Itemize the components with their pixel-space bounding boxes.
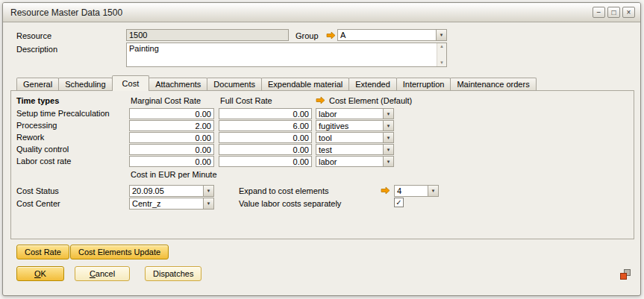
cost-element-select[interactable]: test ▼ — [316, 144, 394, 155]
tab-expendable-material[interactable]: Expendable material — [261, 78, 349, 91]
group-label: Group — [296, 31, 319, 40]
cost-unit-note: Cost in EUR per Minute — [131, 170, 217, 179]
dispatches-button[interactable]: Dispatches — [145, 266, 201, 281]
cost-element-header: Cost Element (Default) — [329, 96, 412, 105]
tab-attachments[interactable]: Attachments — [149, 78, 207, 91]
cost-element-select[interactable]: labor ▼ — [316, 108, 394, 119]
tab-strip: General Scheduling Cost Attachments Docu… — [16, 77, 536, 91]
window-title: Resource Master Data 1500 — [10, 3, 122, 22]
full-cost-rate-field[interactable]: 0.00 — [219, 156, 312, 167]
expand-to-cost-elements-label: Expand to cost elements — [239, 186, 328, 195]
dropdown-arrow-icon[interactable]: ▼ — [383, 157, 393, 166]
dropdown-arrow-icon[interactable]: ▼ — [436, 30, 446, 40]
marginal-cost-rate-field[interactable]: 0.00 — [129, 156, 214, 167]
description-label: Description — [16, 45, 57, 54]
scroll-up-icon[interactable]: ▲ — [437, 43, 446, 50]
link-arrow-icon[interactable] — [316, 96, 325, 104]
resource-value: 1500 — [129, 31, 147, 40]
description-scrollbar[interactable]: ▲ ▼ — [437, 43, 446, 66]
form-settings-icon[interactable] — [619, 268, 631, 280]
full-cost-rate-field[interactable]: 0.00 — [219, 132, 312, 143]
dropdown-arrow-icon[interactable]: ▼ — [203, 198, 213, 209]
cost-center-select[interactable]: Centr_z ▼ — [129, 198, 214, 210]
group-value: A — [338, 31, 436, 40]
maximize-icon[interactable]: □ — [607, 7, 620, 18]
tab-extended[interactable]: Extended — [348, 78, 396, 91]
window-titlebar[interactable]: Resource Master Data 1500 − □ × — [3, 3, 640, 22]
ok-button[interactable]: OK — [16, 266, 64, 281]
cost-element-select[interactable]: labor ▼ — [316, 156, 394, 167]
cost-element-select[interactable]: tool ▼ — [316, 132, 394, 143]
resource-label: Resource — [16, 31, 51, 40]
row-label-quality-control: Quality control — [16, 145, 69, 154]
cost-center-label: Cost Center — [16, 199, 60, 208]
full-cost-rate-field[interactable]: 0.00 — [219, 144, 312, 155]
row-label-processing: Processing — [16, 121, 57, 130]
tab-general[interactable]: General — [16, 78, 59, 91]
row-label-labor-cost-rate: Labor cost rate — [16, 157, 71, 166]
value-labor-costs-checkbox[interactable]: ✓ — [394, 198, 404, 207]
cost-elements-update-button[interactable]: Cost Elements Update — [70, 245, 169, 259]
scroll-down-icon[interactable]: ▼ — [437, 60, 446, 66]
marginal-cost-rate-field[interactable]: 2.00 — [129, 120, 214, 131]
cost-rate-button[interactable]: Cost Rate — [16, 245, 69, 259]
dropdown-arrow-icon[interactable]: ▼ — [428, 186, 438, 196]
link-arrow-icon[interactable] — [326, 31, 336, 40]
link-arrow-icon[interactable] — [381, 186, 390, 195]
row-label-setup-time: Setup time Precalculation — [16, 109, 110, 118]
description-textarea[interactable]: Painting ▲ ▼ — [126, 43, 447, 67]
resource-master-data-window: Resource Master Data 1500 − □ × Resource… — [2, 2, 641, 296]
marginal-cost-rate-field[interactable]: 0.00 — [129, 144, 214, 155]
close-icon[interactable]: × — [622, 7, 635, 18]
description-value: Painting — [129, 44, 159, 53]
dropdown-arrow-icon[interactable]: ▼ — [383, 145, 393, 154]
full-cost-rate-header: Full Cost Rate — [220, 96, 272, 105]
tab-scheduling[interactable]: Scheduling — [58, 78, 112, 91]
dropdown-arrow-icon[interactable]: ▼ — [383, 121, 393, 130]
value-labor-costs-label: Value labor costs separately — [239, 199, 341, 208]
window-controls: − □ × — [593, 7, 635, 18]
row-label-rework: Rework — [16, 133, 44, 142]
tab-interruption[interactable]: Interruption — [396, 78, 451, 91]
cost-status-label: Cost Status — [16, 186, 59, 195]
dropdown-arrow-icon[interactable]: ▼ — [203, 186, 213, 196]
tab-cost[interactable]: Cost — [112, 75, 150, 91]
marginal-cost-rate-field[interactable]: 0.00 — [129, 108, 214, 119]
time-types-header: Time types — [16, 96, 59, 105]
marginal-cost-rate-header: Marginal Cost Rate — [131, 96, 201, 105]
cost-status-select[interactable]: 20.09.05 ▼ — [129, 185, 214, 197]
cancel-button[interactable]: Cancel — [75, 266, 130, 281]
expand-to-cost-elements-select[interactable]: 4 ▼ — [394, 185, 439, 197]
full-cost-rate-field[interactable]: 0.00 — [219, 108, 312, 119]
check-icon: ✓ — [396, 198, 401, 207]
cost-element-select[interactable]: fugitives ▼ — [316, 120, 394, 131]
group-select[interactable]: A ▼ — [337, 29, 447, 41]
tab-maintenance-orders[interactable]: Maintenance orders — [450, 78, 536, 91]
minimize-icon[interactable]: − — [593, 7, 605, 18]
resource-field[interactable]: 1500 — [126, 29, 289, 41]
dropdown-arrow-icon[interactable]: ▼ — [383, 133, 393, 142]
marginal-cost-rate-field[interactable]: 0.00 — [129, 132, 214, 143]
tab-documents[interactable]: Documents — [207, 78, 262, 91]
full-cost-rate-field[interactable]: 6.00 — [219, 120, 312, 131]
dropdown-arrow-icon[interactable]: ▼ — [383, 109, 393, 119]
